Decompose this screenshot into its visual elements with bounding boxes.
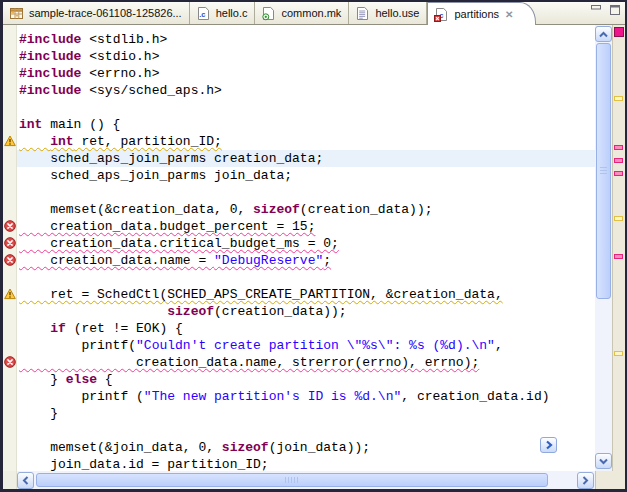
editor-tab-bar: sample-trace-061108-125826....chello.cco… (3, 2, 625, 25)
scroll-up-button[interactable] (595, 26, 612, 42)
tab-sample-trace-061108-125826[interactable]: sample-trace-061108-125826... (3, 2, 190, 24)
tab-hello-c[interactable]: .chello.c (190, 2, 256, 24)
c-file-icon: .c (196, 6, 211, 21)
makefile-icon (261, 6, 276, 21)
tab-label: sample-trace-061108-125826... (29, 7, 182, 19)
tab-partitions[interactable]: .cpartitions✕ (427, 2, 536, 25)
code-line[interactable]: memset(&join_data, 0, sizeof(join_data))… (19, 439, 595, 456)
code-line[interactable]: printf("Couldn't create partition \"%s\"… (19, 337, 595, 354)
tab-label: hello.c (216, 7, 248, 19)
overview-error-indicator[interactable] (614, 27, 624, 37)
maximize-icon[interactable] (608, 4, 622, 17)
overview-error-marker[interactable] (614, 158, 623, 163)
tab-hello-use[interactable]: hello.use (349, 2, 427, 24)
code-line[interactable]: creation_data.name = "DebugReserve"; (19, 252, 595, 269)
code-line[interactable]: printf ("The new partition's ID is %d.\n… (19, 388, 595, 405)
code-line[interactable]: } else { (19, 371, 595, 388)
overview-error-marker[interactable] (614, 171, 623, 176)
c-file-error-icon: .c (434, 7, 449, 22)
code-line[interactable] (19, 422, 595, 439)
scroll-right-button[interactable] (577, 472, 594, 489)
marker-gutter (3, 25, 17, 471)
error-marker-icon[interactable] (4, 220, 16, 232)
scroll-down-button[interactable] (595, 453, 612, 469)
scrollbar-corner (595, 471, 625, 489)
editor-area: #include <stdlib.h>#include <stdio.h>#in… (3, 25, 625, 471)
horizontal-scrollbar[interactable] (17, 471, 595, 489)
thumb-grip (285, 477, 299, 483)
next-annotation-button[interactable] (540, 437, 557, 453)
tab-label: partitions (454, 8, 499, 20)
gutter-corner (3, 471, 17, 489)
code-area[interactable]: #include <stdlib.h>#include <stdio.h>#in… (17, 25, 595, 471)
overview-error-marker[interactable] (614, 145, 623, 150)
code-line[interactable] (19, 184, 595, 201)
code-line[interactable]: creation_data.critical_budget_ms = 0; (19, 235, 595, 252)
trace-table-icon (9, 6, 24, 21)
code-line[interactable]: memset(&creation_data, 0, sizeof(creatio… (19, 201, 595, 218)
code-line[interactable]: join_data.id = partition_ID; (19, 456, 595, 471)
minimize-icon[interactable] (589, 4, 603, 17)
view-window-buttons (589, 4, 622, 17)
code-line[interactable]: sched_aps_join_parms creation_data; (17, 150, 595, 167)
code-line[interactable]: } (19, 405, 595, 422)
ide-editor-window: sample-trace-061108-125826....chello.cco… (0, 0, 627, 492)
code-line[interactable]: sched_aps_join_parms join_data; (19, 167, 595, 184)
error-marker-icon[interactable] (4, 356, 16, 368)
code-line[interactable]: creation_data.budget_percent = 15; (19, 218, 595, 235)
error-marker-icon[interactable] (4, 254, 16, 266)
tab-list: sample-trace-061108-125826....chello.cco… (3, 2, 536, 24)
bottom-scroll-row (3, 471, 625, 489)
svg-text:.c: .c (199, 10, 205, 19)
tab-close-icon[interactable]: ✕ (505, 9, 513, 20)
scroll-left-button[interactable] (17, 472, 34, 489)
code-line[interactable]: int ret, partition_ID; (19, 133, 595, 150)
code-line[interactable]: sizeof(creation_data)); (19, 303, 595, 320)
warning-marker-icon[interactable] (4, 135, 16, 147)
code-line[interactable]: creation_data.name, strerror(errno), err… (19, 354, 595, 371)
tab-common-mk[interactable]: common.mk (255, 2, 349, 24)
v-scroll-thumb[interactable] (596, 43, 611, 299)
code-line[interactable]: #include <sys/sched_aps.h> (19, 82, 595, 99)
overview-warning-marker[interactable] (614, 351, 623, 356)
h-scroll-thumb[interactable] (36, 473, 548, 487)
warning-marker-icon[interactable] (4, 288, 16, 300)
code-line[interactable]: if (ret != EOK) { (19, 320, 595, 337)
vertical-scrollbar[interactable] (595, 25, 612, 471)
code-line[interactable]: ret = SchedCtl(SCHED_APS_CREATE_PARTITIO… (19, 286, 595, 303)
code-line[interactable] (19, 269, 595, 286)
thumb-grip (600, 167, 607, 175)
code-line[interactable]: int main () { (19, 116, 595, 133)
error-marker-icon[interactable] (4, 237, 16, 249)
overview-error-marker[interactable] (614, 254, 623, 259)
code-line[interactable] (19, 99, 595, 116)
tab-label: hello.use (375, 7, 419, 19)
code-line[interactable]: #include <stdlib.h> (19, 31, 595, 48)
overview-warning-marker[interactable] (614, 216, 623, 221)
overview-ruler (612, 25, 625, 471)
code-line[interactable]: #include <errno.h> (19, 65, 595, 82)
code-line[interactable]: #include <stdio.h> (19, 48, 595, 65)
tab-label: common.mk (281, 7, 341, 19)
overview-warning-marker[interactable] (614, 96, 623, 101)
text-file-icon (355, 6, 370, 21)
